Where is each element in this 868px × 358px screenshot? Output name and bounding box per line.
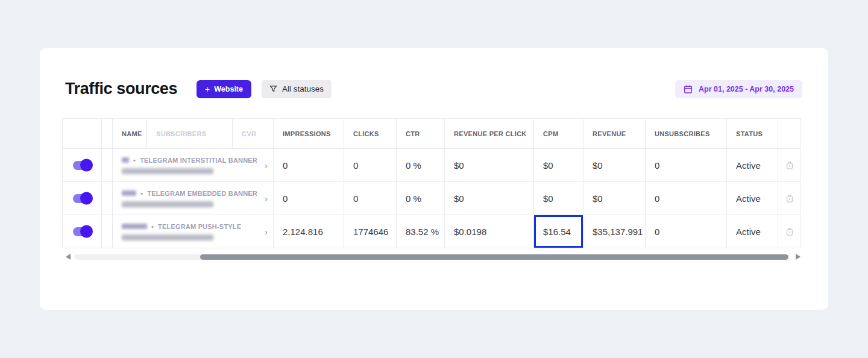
status-cell: Active — [727, 182, 778, 215]
expander-cell — [102, 215, 113, 248]
scroll-right-arrow-icon[interactable] — [796, 254, 800, 260]
filter-funnel-icon — [269, 85, 277, 93]
status-filter-button[interactable]: All statuses — [262, 80, 332, 98]
clicks-cell: 1774646 — [344, 215, 397, 248]
calendar-icon — [684, 84, 693, 94]
ctr-cell: 0 % — [397, 149, 445, 182]
bullet-separator — [133, 157, 136, 164]
trash-icon — [785, 163, 794, 172]
traffic-sources-table: NAME SUBSCRIBERS CVR IMPRESSIONS CLICKS … — [62, 118, 801, 248]
cpm-cell-highlighted: $16.54 — [534, 215, 583, 248]
source-enabled-toggle[interactable] — [73, 194, 91, 203]
revenue-cell: $0 — [583, 149, 646, 182]
table-section: NAME SUBSCRIBERS CVR IMPRESSIONS CLICKS … — [62, 118, 802, 261]
source-enabled-toggle[interactable] — [73, 161, 91, 170]
status-cell: Active — [727, 215, 778, 248]
column-header-revenue[interactable]: REVENUE — [583, 119, 646, 149]
bullet-separator — [140, 190, 143, 197]
table-row: TELEGRAM INTERSTITIAL BANNER › 0 0 0 % $… — [63, 149, 801, 182]
trash-icon — [785, 229, 794, 238]
column-header-cpm[interactable]: CPM — [534, 119, 583, 149]
add-website-button[interactable]: + Website — [197, 80, 251, 98]
ctr-cell: 0 % — [397, 182, 445, 215]
impressions-cell: 2.124.816 — [274, 215, 344, 248]
plus-icon: + — [205, 85, 210, 93]
column-header-expander — [102, 119, 113, 149]
status-filter-label: All statuses — [282, 84, 324, 93]
column-header-ctr[interactable]: CTR — [397, 119, 445, 149]
source-name: TELEGRAM EMBEDDED BANNER — [147, 190, 257, 197]
delete-button[interactable] — [783, 159, 796, 172]
chevron-right-icon[interactable]: › — [265, 227, 268, 236]
cpm-cell: $0 — [534, 182, 583, 215]
blurred-source-url — [122, 201, 213, 207]
expander-cell — [102, 149, 113, 182]
blurred-source-id — [122, 190, 136, 196]
column-header-toggle — [63, 119, 102, 149]
trash-icon — [785, 196, 794, 205]
column-header-unsubscribes[interactable]: UNSUBSCRIBES — [646, 119, 727, 149]
source-enabled-toggle[interactable] — [73, 227, 91, 236]
status-cell: Active — [727, 149, 778, 182]
revenue-cell: $0 — [583, 182, 646, 215]
impressions-cell: 0 — [274, 182, 344, 215]
date-range-label: Apr 01, 2025 - Apr 30, 2025 — [699, 85, 794, 93]
card-header: Traffic sources + Website All statuses — [40, 48, 828, 98]
column-header-subscribers: SUBSCRIBERS — [147, 119, 233, 149]
clicks-cell: 0 — [344, 182, 397, 215]
column-header-cvr: CVR — [233, 119, 274, 149]
source-name-cell[interactable]: TELEGRAM INTERSTITIAL BANNER › — [113, 149, 274, 182]
ctr-cell: 83.52 % — [397, 215, 445, 248]
impressions-cell: 0 — [274, 149, 344, 182]
source-name: TELEGRAM INTERSTITIAL BANNER — [140, 157, 257, 164]
column-header-status[interactable]: STATUS — [727, 119, 778, 149]
blurred-source-id — [122, 224, 147, 229]
table-header-row: NAME SUBSCRIBERS CVR IMPRESSIONS CLICKS … — [63, 119, 801, 149]
unsubscribes-cell: 0 — [646, 182, 727, 215]
blurred-source-url — [122, 234, 213, 240]
bullet-separator — [151, 223, 154, 230]
blurred-source-id — [122, 157, 129, 163]
horizontal-scrollbar[interactable] — [62, 253, 800, 261]
table-row: TELEGRAM EMBEDDED BANNER › 0 0 0 % $0 $0… — [63, 182, 801, 215]
table-row: TELEGRAM PUSH-STYLE › 2.124.816 1774646 … — [63, 215, 801, 248]
delete-button[interactable] — [783, 225, 796, 239]
column-header-clicks[interactable]: CLICKS — [344, 119, 397, 149]
traffic-sources-card: Traffic sources + Website All statuses — [40, 48, 828, 310]
column-header-impressions[interactable]: IMPRESSIONS — [274, 119, 344, 149]
source-name-cell[interactable]: TELEGRAM PUSH-STYLE › — [113, 215, 274, 248]
source-name: TELEGRAM PUSH-STYLE — [158, 223, 241, 230]
revenue-per-click-cell: $0.0198 — [445, 215, 534, 248]
source-name-line: TELEGRAM PUSH-STYLE — [122, 223, 257, 230]
chevron-right-icon[interactable]: › — [265, 161, 268, 170]
column-header-name[interactable]: NAME — [113, 119, 147, 149]
clicks-cell: 0 — [344, 149, 397, 182]
revenue-per-click-cell: $0 — [445, 149, 534, 182]
column-header-revenue-per-click[interactable]: REVENUE PER CLICK — [445, 119, 534, 149]
page-background: Traffic sources + Website All statuses — [0, 0, 868, 358]
blurred-source-url — [122, 168, 213, 174]
revenue-per-click-cell: $0 — [445, 182, 534, 215]
expander-cell — [102, 182, 113, 215]
scroll-left-arrow-icon[interactable] — [66, 254, 71, 260]
column-header-actions — [778, 119, 801, 149]
scrollbar-thumb[interactable] — [200, 254, 788, 260]
source-name-cell[interactable]: TELEGRAM EMBEDDED BANNER › — [113, 182, 274, 215]
source-name-line: TELEGRAM INTERSTITIAL BANNER — [122, 157, 257, 164]
add-website-label: Website — [214, 85, 243, 93]
source-name-line: TELEGRAM EMBEDDED BANNER — [122, 190, 257, 197]
date-range-picker[interactable]: Apr 01, 2025 - Apr 30, 2025 — [675, 80, 802, 98]
page-title: Traffic sources — [65, 80, 177, 98]
delete-button[interactable] — [783, 192, 796, 206]
revenue-cell: $35,137.991 — [583, 215, 646, 248]
unsubscribes-cell: 0 — [646, 215, 727, 248]
unsubscribes-cell: 0 — [646, 149, 727, 182]
chevron-right-icon[interactable]: › — [265, 194, 268, 203]
cpm-cell: $0 — [534, 149, 583, 182]
